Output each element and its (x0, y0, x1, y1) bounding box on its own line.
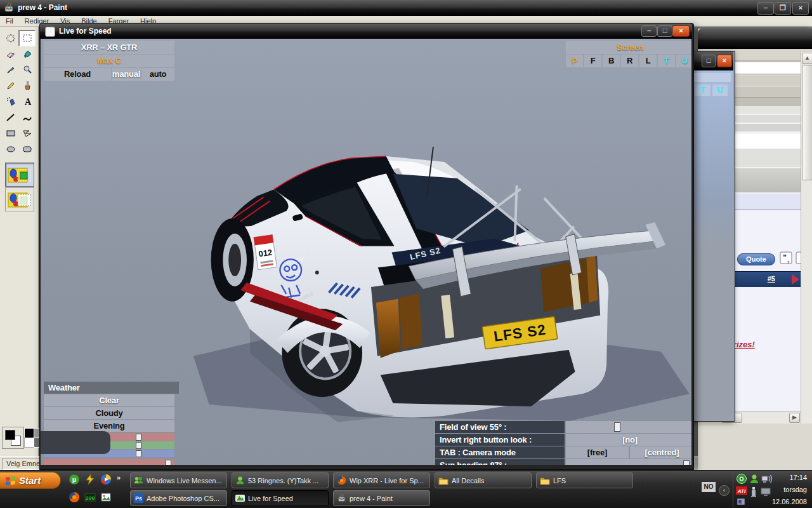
lfs2-titlebar[interactable]: □ × (693, 51, 733, 70)
fov-slider-handle[interactable] (614, 422, 620, 432)
weather-option-cloudy[interactable]: Cloudy (44, 407, 174, 419)
car-name-button[interactable]: XRR – XR GTR (44, 41, 174, 54)
blue-slider-handle[interactable] (136, 450, 141, 457)
tool-magnifier-icon[interactable] (18, 62, 36, 78)
lfs2-maximize-button[interactable]: □ (702, 55, 716, 67)
tool-eraser-icon[interactable] (2, 46, 19, 62)
tool-brush-icon[interactable] (18, 77, 36, 94)
tool-pencil-icon[interactable] (2, 77, 19, 94)
tool-airbrush-icon[interactable] (2, 93, 19, 110)
tool-polygon-icon[interactable] (18, 125, 36, 142)
tray-messenger-icon[interactable] (749, 473, 760, 485)
lfs2-screen-button-t[interactable]: T (695, 84, 710, 96)
browser-titlebar[interactable] (698, 29, 812, 49)
scroll-up-button[interactable]: ▲ (802, 53, 812, 64)
start-button[interactable]: Start (0, 472, 61, 489)
tool-line-icon[interactable] (2, 109, 19, 126)
red-slider-handle[interactable] (136, 434, 141, 441)
tool-rounded-rect-icon[interactable] (18, 141, 36, 157)
language-indicator[interactable]: NO (702, 482, 716, 492)
weather-option-clear[interactable]: Clear (44, 394, 174, 406)
lfs-maximize-button[interactable]: □ (657, 25, 672, 37)
tray-audio-icon[interactable] (736, 473, 747, 485)
screen-button-l[interactable]: L (639, 55, 657, 67)
paint-close-button[interactable]: × (792, 2, 809, 15)
utorrent-icon[interactable]: µ (69, 474, 80, 485)
green-slider-handle[interactable] (136, 442, 141, 449)
paint-color-indicator[interactable] (2, 427, 24, 449)
palette-swatch-white[interactable] (24, 438, 34, 448)
tool-select-icon[interactable] (18, 30, 36, 46)
sun-heading-slider[interactable] (566, 459, 691, 465)
taskbutton-chat[interactable]: 53 Ringnes. (Y)Takk ... (232, 472, 329, 488)
paint-titlebar[interactable]: prew 4 - Paint – ❐ × (0, 0, 812, 16)
tray-network-icon[interactable] (761, 473, 773, 485)
scroll-right-button[interactable]: ▶ (789, 413, 800, 423)
quicklaunch-chevron[interactable]: » (117, 474, 121, 481)
skin-name-button[interactable]: Max C (44, 55, 174, 67)
tool-fill-icon[interactable] (18, 46, 36, 62)
lfs-close-button[interactable]: × (672, 25, 690, 37)
tray-display-icon[interactable] (760, 486, 771, 498)
lfs2-screen-button-u[interactable]: U (712, 84, 728, 96)
tool-ellipse-icon[interactable] (2, 141, 19, 157)
multiquote-icon[interactable]: ”+ (779, 251, 794, 266)
camera-mode-centred[interactable]: [centred] (630, 446, 691, 458)
lfs-render-viewport[interactable]: TYRES 012 (41, 39, 691, 465)
taskbutton-photoshop[interactable]: Ps Adobe Photoshop CS... (130, 490, 227, 506)
screen-button-t[interactable]: T (658, 55, 675, 67)
tray-removable-icon[interactable] (737, 498, 745, 505)
tool-free-form-select-icon[interactable] (2, 30, 19, 46)
post-number[interactable]: #5 (768, 275, 775, 283)
taskbutton-label: Live for Speed (248, 495, 293, 502)
taskbutton-firefox-lfs-thread[interactable]: Wip XRR - Live for Sp... (333, 472, 430, 488)
tool-eyedropper-icon[interactable] (2, 62, 19, 78)
color-slider-extra[interactable] (44, 459, 174, 465)
menu-fil[interactable]: Fil (0, 17, 19, 25)
screen-button-u[interactable]: U (676, 55, 691, 67)
taskbutton-live-for-speed[interactable]: Live for Speed (232, 490, 329, 506)
quote-button[interactable]: Quote (737, 253, 775, 265)
vertical-scroll-thumb[interactable] (802, 65, 812, 180)
paint-minimize-button[interactable]: – (757, 2, 774, 15)
taskbutton-paint[interactable]: prew 4 - Paint (333, 490, 430, 506)
fov-slider[interactable] (566, 421, 691, 433)
screen-button-p[interactable]: P (566, 55, 583, 67)
lfs-minimize-button[interactable]: – (641, 25, 657, 37)
led-meter-icon[interactable]: 200 (84, 491, 96, 503)
sun-slider-handle[interactable] (683, 460, 690, 465)
taskbutton-folder-lfs[interactable]: LFS (536, 472, 633, 488)
tool-text-icon[interactable]: A (18, 93, 36, 110)
daemon-tools-icon[interactable] (84, 474, 96, 485)
weather-option-evening[interactable]: Evening (44, 420, 174, 432)
tool-curve-icon[interactable] (18, 109, 36, 126)
firefox-quicklaunch-icon[interactable] (69, 491, 80, 503)
tray-collapse-chevron[interactable]: ‹ (719, 485, 730, 496)
reload-button[interactable]: Reload (44, 68, 111, 81)
browser-vertical-scrollbar[interactable]: ▲ ▼ (801, 52, 812, 464)
lfs2-close-button[interactable]: × (717, 55, 732, 67)
taskbutton-messenger[interactable]: Windows Live Messen... (130, 472, 227, 488)
selection-option-opaque[interactable] (5, 187, 34, 211)
quickreply-icon[interactable] (796, 251, 801, 266)
media-player-icon[interactable] (100, 474, 112, 485)
clock-time[interactable]: 17:14 (789, 474, 807, 481)
extra-slider-handle[interactable] (166, 460, 171, 465)
skin-manual-button[interactable]: manual (112, 68, 141, 81)
screen-button-f[interactable]: F (584, 55, 601, 67)
tray-pillar-icon[interactable] (750, 486, 757, 497)
paint-restore-button[interactable]: ❐ (775, 2, 791, 15)
report-flag-icon[interactable] (790, 273, 801, 286)
lfs-titlebar[interactable]: Live for Speed – □ × (40, 23, 692, 39)
camera-mode-free[interactable]: [free] (566, 446, 629, 458)
tray-ati-icon[interactable]: ATI (736, 486, 747, 495)
taskbutton-folder-all-decalls[interactable]: All Decalls (435, 472, 532, 488)
image-viewer-icon[interactable] (100, 491, 112, 503)
selection-option-transparent[interactable] (5, 163, 34, 187)
screen-button-r[interactable]: R (621, 55, 638, 67)
skin-auto-button[interactable]: auto (141, 68, 174, 81)
invert-look-value[interactable]: [no] (566, 434, 691, 446)
tool-rectangle-icon[interactable] (2, 125, 19, 142)
palette-swatch-black[interactable] (24, 428, 34, 438)
screen-button-b[interactable]: B (603, 55, 620, 67)
